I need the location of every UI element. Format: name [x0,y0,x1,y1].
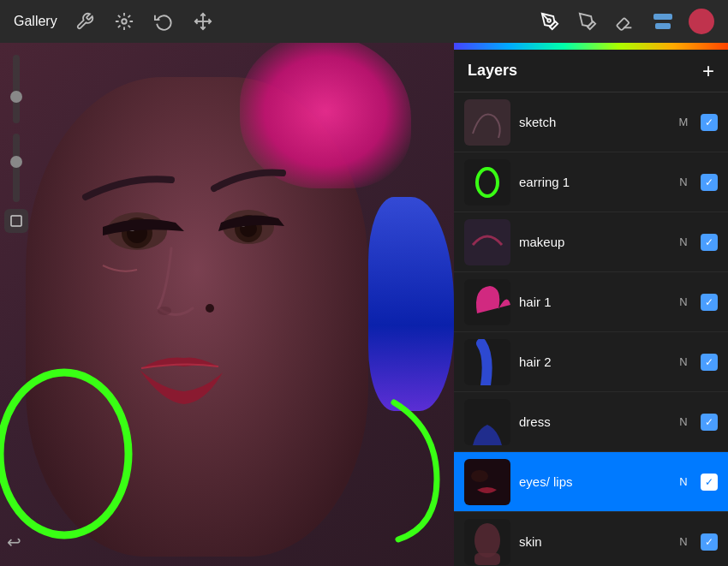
layer-row[interactable]: hair 2 N ✓ [454,332,728,392]
opacity-slider[interactable] [13,55,20,123]
layers-tool-icon[interactable] [651,9,675,33]
svg-rect-6 [655,23,671,29]
face-svg [0,43,454,566]
toolbar-right [538,9,714,34]
svg-point-0 [122,19,127,24]
svg-point-3 [547,19,551,22]
adjustments-icon[interactable] [112,9,136,33]
layer-name: makeup [519,235,666,249]
svg-rect-5 [653,14,672,20]
gallery-button[interactable]: Gallery [14,14,57,29]
layers-title: Layers [468,62,517,80]
layer-thumbnail [464,339,510,385]
size-slider[interactable] [13,134,20,202]
layer-blend-mode: M [675,116,692,128]
layer-name: sketch [519,115,666,129]
layer-row[interactable]: earring 1 N ✓ [454,152,728,212]
layer-blend-mode: N [675,355,692,368]
layer-row[interactable]: dress N ✓ [454,392,728,452]
layer-row[interactable]: sketch M ✓ [454,92,728,152]
layer-visibility-toggle[interactable]: ✓ [701,414,718,431]
layer-name: hair 1 [519,295,666,309]
selection-icon[interactable] [191,9,215,33]
eraser-tool-icon[interactable] [613,9,637,33]
layer-blend-mode: N [675,235,692,248]
layer-thumbnail [464,399,510,445]
layer-visibility-toggle[interactable]: ✓ [701,354,718,371]
brush-tool-icon[interactable] [538,9,562,33]
svg-rect-18 [11,216,21,226]
layer-thumbnail [464,99,510,146]
svg-point-19 [477,169,498,196]
canvas-area[interactable]: ↩ [0,43,454,566]
layer-visibility-toggle[interactable]: ✓ [701,174,718,191]
layer-blend-mode: N [675,295,692,308]
layers-header: Layers + [454,50,728,92]
artwork: ↩ [0,43,454,566]
layer-thumbnail [464,459,510,505]
layer-name: earring 1 [519,175,666,189]
layer-name: hair 2 [519,354,666,369]
layer-name: eyes/ lips [519,474,666,489]
layer-visibility-toggle[interactable]: ✓ [701,114,718,131]
layer-visibility-toggle[interactable]: ✓ [701,533,718,551]
svg-point-21 [474,523,500,557]
layer-visibility-toggle[interactable]: ✓ [701,294,718,311]
left-sidebar [0,43,33,566]
layers-panel: Layers + sketch M ✓ earring 1 N ✓ [454,43,728,566]
svg-rect-4 [617,18,630,31]
color-swatch[interactable] [689,9,714,34]
gradient-bar [454,43,728,50]
layer-blend-mode: N [675,475,692,488]
layer-thumbnail [464,159,510,206]
layer-thumbnail [464,219,510,265]
transform-tool[interactable] [4,209,28,233]
history-icon[interactable] [152,9,176,33]
layer-visibility-toggle[interactable]: ✓ [701,474,718,491]
svg-rect-22 [474,553,500,565]
layer-row[interactable]: skin N ✓ [454,512,728,566]
wrench-icon[interactable] [73,9,97,33]
smudge-tool-icon[interactable] [576,9,600,33]
svg-point-16 [206,304,214,313]
layer-visibility-toggle[interactable]: ✓ [701,234,718,251]
layer-thumbnail [464,279,510,325]
main-content: ↩ Layers + sketch M ✓ [0,43,728,566]
toolbar: Gallery [0,0,728,43]
layer-name: dress [519,414,666,429]
layers-list: sketch M ✓ earring 1 N ✓ makeup N [454,92,728,566]
toolbar-left: Gallery [14,9,215,33]
layer-name: skin [519,534,666,549]
svg-point-15 [158,307,171,315]
layer-row[interactable]: hair 1 N ✓ [454,272,728,332]
layer-row[interactable]: makeup N ✓ [454,212,728,272]
layer-blend-mode: N [675,415,692,428]
add-layer-button[interactable]: + [702,61,714,81]
layer-row-active[interactable]: eyes/ lips N ✓ [454,452,728,512]
layer-thumbnail [464,519,510,565]
layer-blend-mode: N [675,535,692,548]
layer-blend-mode: N [675,176,692,188]
svg-point-20 [471,470,488,482]
